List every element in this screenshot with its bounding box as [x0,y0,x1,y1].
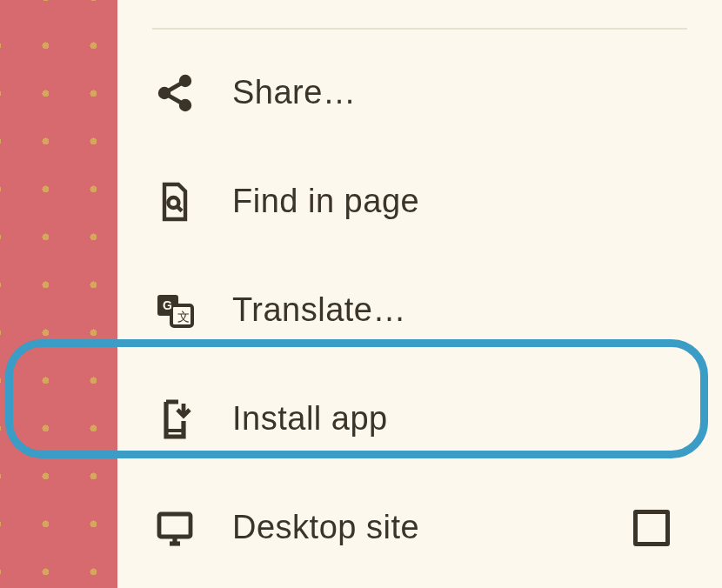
menu-item-desktop-site[interactable]: Desktop site [152,473,687,582]
desktop-site-checkbox[interactable] [633,510,670,546]
svg-point-5 [168,197,178,208]
svg-text:G: G [163,298,172,312]
svg-text:文: 文 [177,309,190,323]
menu-item-label: Share… [232,74,687,111]
menu-item-label: Translate… [232,291,687,329]
svg-point-2 [181,100,190,109]
svg-rect-13 [159,514,191,537]
share-icon [152,72,197,114]
svg-line-6 [177,206,182,210]
overflow-menu-panel: Share… Find in page G 文 Tra [117,0,722,588]
menu-item-find-in-page[interactable]: Find in page [152,147,687,256]
svg-line-3 [168,83,181,90]
svg-line-4 [168,95,181,103]
desktop-icon [152,507,197,549]
menu-item-label: Install app [232,400,687,438]
svg-point-0 [181,76,190,84]
menu-divider-top [152,28,687,30]
menu-item-share[interactable]: Share… [152,38,687,147]
menu-item-label: Desktop site [232,509,598,546]
translate-icon: G 文 [152,290,197,331]
svg-point-1 [160,88,169,97]
find-in-page-icon [152,181,197,223]
install-app-icon [152,398,197,440]
menu-item-translate[interactable]: G 文 Translate… [152,256,687,364]
menu-item-install-app[interactable]: Install app [152,364,687,473]
menu-item-label: Find in page [232,183,687,220]
